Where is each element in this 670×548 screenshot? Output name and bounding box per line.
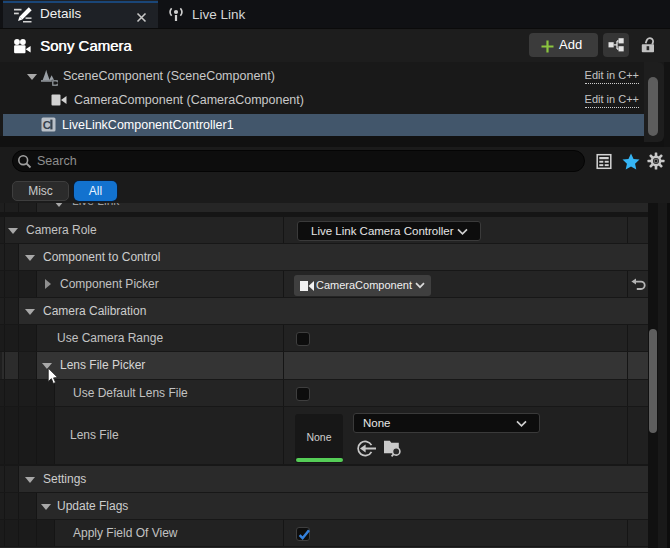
svg-text:C: C	[43, 119, 51, 131]
